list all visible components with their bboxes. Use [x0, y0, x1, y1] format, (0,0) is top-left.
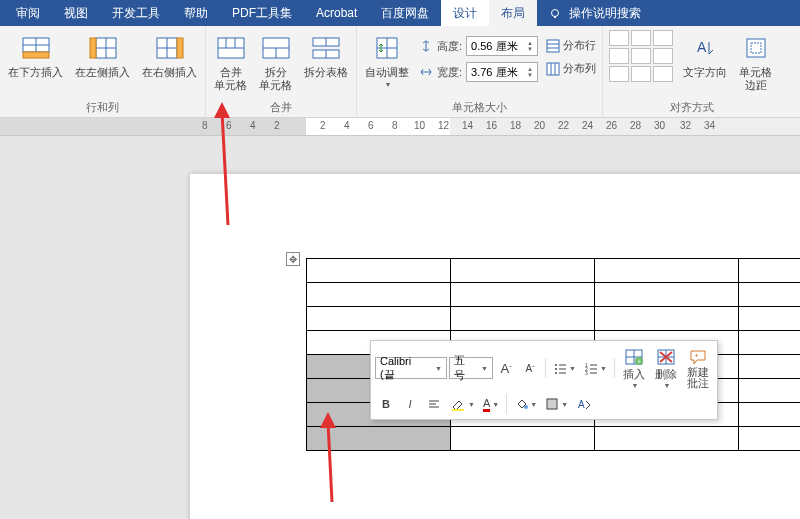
- distribute-rows-label: 分布行: [563, 38, 596, 53]
- chevron-down-icon: ▼: [481, 365, 488, 372]
- split-cells-label: 拆分 单元格: [259, 66, 292, 92]
- chevron-down-icon: ▼: [468, 401, 475, 408]
- grow-font-button[interactable]: Aˆ: [495, 357, 517, 379]
- svg-point-0: [552, 9, 559, 16]
- tab-review[interactable]: 审阅: [4, 0, 52, 26]
- split-table-label: 拆分表格: [304, 66, 348, 79]
- mini-insert-button[interactable]: + 插入▼: [619, 345, 649, 391]
- row-height-icon: [419, 39, 433, 53]
- distribute-cols-label: 分布列: [563, 61, 596, 76]
- ruler-tick: 8: [202, 120, 208, 131]
- shrink-font-button[interactable]: Aˇ: [519, 357, 541, 379]
- chevron-down-icon: ▼: [631, 382, 638, 389]
- tab-design[interactable]: 设计: [441, 0, 489, 26]
- spinner-icon[interactable]: ▲▼: [527, 66, 533, 78]
- font-size-select[interactable]: 五号▼: [449, 357, 493, 379]
- ribbon-group-rows-cols: 在下方插入 在左侧插入 在右侧插入 行和列: [0, 26, 206, 117]
- spinner-icon[interactable]: ▲▼: [527, 40, 533, 52]
- styles-icon: A: [577, 397, 591, 411]
- text-direction-button[interactable]: A 文字方向: [681, 30, 729, 81]
- tab-dev[interactable]: 开发工具: [100, 0, 172, 26]
- align-mid-center[interactable]: [631, 48, 651, 64]
- align-top-center[interactable]: [631, 30, 651, 46]
- svg-point-41: [555, 372, 557, 374]
- tab-baidu[interactable]: 百度网盘: [369, 0, 441, 26]
- ruler-tick: 4: [344, 120, 350, 131]
- table-move-handle[interactable]: ✥: [286, 252, 300, 266]
- ruler-tick: 28: [630, 120, 641, 131]
- svg-text:A: A: [578, 399, 585, 410]
- svg-text:+: +: [694, 351, 699, 360]
- tab-acrobat[interactable]: Acrobat: [304, 0, 369, 26]
- align-top-left[interactable]: [609, 30, 629, 46]
- svg-rect-65: [547, 399, 557, 409]
- cell-margins-button[interactable]: 单元格 边距: [737, 30, 774, 94]
- distribute-rows-button[interactable]: 分布行: [546, 38, 596, 53]
- align-top-right[interactable]: [653, 30, 673, 46]
- merge-cells-button[interactable]: 合并 单元格: [212, 30, 249, 94]
- font-color-button[interactable]: A▼: [480, 393, 502, 415]
- align-mid-left[interactable]: [609, 48, 629, 64]
- delete-table-icon: [657, 349, 675, 365]
- tab-tell-me[interactable]: 操作说明搜索: [537, 0, 652, 26]
- ruler-tick: 22: [558, 120, 569, 131]
- borders-icon: [545, 397, 559, 411]
- ruler-tick: 16: [486, 120, 497, 131]
- autofit-button[interactable]: 自动调整 ▼: [363, 30, 411, 90]
- width-input[interactable]: 3.76 厘米▲▼: [466, 62, 538, 82]
- ruler-tick: 18: [510, 120, 521, 131]
- insert-below-label: 在下方插入: [8, 66, 63, 79]
- mini-toolbar: Calibri (끝▼ 五号▼ Aˆ Aˇ ▼ 123▼ + 插入▼ 删除▼ +…: [370, 340, 718, 420]
- split-table-button[interactable]: 拆分表格: [302, 30, 350, 81]
- distribute-cols-button[interactable]: 分布列: [546, 61, 596, 76]
- height-input[interactable]: 0.56 厘米▲▼: [466, 36, 538, 56]
- chevron-down-icon: ▼: [600, 365, 607, 372]
- cell-size-group-label: 单元格大小: [452, 98, 507, 117]
- insert-left-button[interactable]: 在左侧插入: [73, 30, 132, 81]
- rows-cols-group-label: 行和列: [86, 98, 119, 117]
- ribbon-group-cell-size: 自动调整 ▼ 高度: 0.56 厘米▲▼ 宽度: 3.76 厘米▲▼ 分: [357, 26, 603, 117]
- bullets-button[interactable]: ▼: [550, 357, 579, 379]
- tab-layout[interactable]: 布局: [489, 0, 537, 26]
- split-table-icon: [312, 37, 340, 59]
- svg-text:3: 3: [585, 370, 588, 375]
- horizontal-ruler[interactable]: 8642246810121416182022242628303234: [0, 118, 800, 136]
- ruler-tick: 14: [462, 120, 473, 131]
- align-bot-right[interactable]: [653, 66, 673, 82]
- align-bot-center[interactable]: [631, 66, 651, 82]
- numbering-button[interactable]: 123▼: [581, 357, 610, 379]
- font-size-value: 五号: [454, 353, 473, 383]
- table-row[interactable]: [307, 427, 801, 451]
- insert-left-label: 在左侧插入: [75, 66, 130, 79]
- new-comment-button[interactable]: + 新建 批注: [683, 345, 713, 391]
- align-mid-right[interactable]: [653, 48, 673, 64]
- highlight-icon: [450, 397, 466, 411]
- align-bot-left[interactable]: [609, 66, 629, 82]
- table-row[interactable]: [307, 307, 801, 331]
- table-row[interactable]: [307, 283, 801, 307]
- split-cells-button[interactable]: 拆分 单元格: [257, 30, 294, 94]
- highlight-button[interactable]: ▼: [447, 393, 478, 415]
- shading-button[interactable]: ▼: [511, 393, 540, 415]
- distribute-cols-icon: [546, 62, 560, 76]
- table-row[interactable]: [307, 259, 801, 283]
- borders-button[interactable]: ▼: [542, 393, 571, 415]
- align-button[interactable]: [423, 393, 445, 415]
- tab-help[interactable]: 帮助: [172, 0, 220, 26]
- menu-tab-bar: 审阅 视图 开发工具 帮助 PDF工具集 Acrobat 百度网盘 设计 布局 …: [0, 0, 800, 26]
- bold-button[interactable]: B: [375, 393, 397, 415]
- tab-view[interactable]: 视图: [52, 0, 100, 26]
- lightbulb-icon: [549, 8, 561, 20]
- insert-table-icon: +: [625, 349, 643, 365]
- styles-button[interactable]: A: [573, 393, 595, 415]
- merge-group-label: 合并: [270, 98, 292, 117]
- insert-right-button[interactable]: 在右侧插入: [140, 30, 199, 81]
- ruler-tick: 6: [368, 120, 374, 131]
- insert-below-button[interactable]: 在下方插入: [6, 30, 65, 81]
- mini-delete-button[interactable]: 删除▼: [651, 345, 681, 391]
- tab-pdf[interactable]: PDF工具集: [220, 0, 304, 26]
- autofit-label: 自动调整: [365, 66, 409, 79]
- font-family-select[interactable]: Calibri (끝▼: [375, 357, 447, 379]
- italic-button[interactable]: I: [399, 393, 421, 415]
- svg-rect-1: [554, 16, 556, 18]
